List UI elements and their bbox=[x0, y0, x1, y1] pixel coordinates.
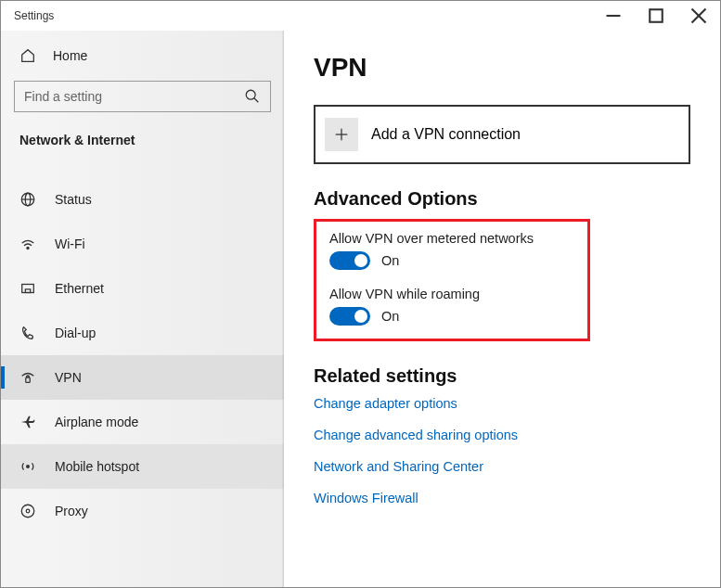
ethernet-icon bbox=[19, 280, 36, 297]
sidebar-item-wifi[interactable]: Wi-Fi bbox=[1, 222, 284, 266]
home-label: Home bbox=[53, 48, 87, 63]
sidebar-item-ethernet[interactable]: Ethernet bbox=[1, 266, 284, 311]
nav-label: VPN bbox=[55, 370, 82, 385]
metered-state: On bbox=[381, 253, 399, 268]
sidebar-item-vpn[interactable]: VPN bbox=[1, 355, 284, 400]
wifi-icon bbox=[19, 236, 36, 252]
titlebar: Settings bbox=[1, 1, 720, 31]
sidebar-item-hotspot[interactable]: Mobile hotspot bbox=[1, 444, 284, 489]
svg-point-14 bbox=[21, 505, 34, 518]
main-content: VPN Add a VPN connection Advanced Option… bbox=[284, 31, 720, 587]
phone-icon bbox=[19, 325, 36, 341]
proxy-icon bbox=[19, 503, 36, 519]
sidebar: Home Find a setting Network & Internet S… bbox=[1, 31, 284, 587]
nav-label: Ethernet bbox=[55, 281, 104, 296]
home-icon bbox=[19, 47, 36, 64]
svg-rect-11 bbox=[25, 289, 30, 293]
svg-point-9 bbox=[27, 247, 29, 249]
plus-icon bbox=[325, 118, 358, 151]
sidebar-item-airplane[interactable]: Airplane mode bbox=[1, 400, 284, 444]
selection-indicator bbox=[1, 366, 5, 389]
window-title: Settings bbox=[14, 9, 54, 22]
add-vpn-label: Add a VPN connection bbox=[371, 126, 521, 143]
nav-label: Proxy bbox=[55, 504, 88, 518]
search-input[interactable]: Find a setting bbox=[14, 81, 271, 112]
section-label: Network & Internet bbox=[1, 125, 284, 166]
link-network-center[interactable]: Network and Sharing Center bbox=[314, 459, 690, 474]
add-vpn-button[interactable]: Add a VPN connection bbox=[314, 105, 690, 164]
advanced-options-title: Advanced Options bbox=[314, 188, 690, 210]
search-placeholder: Find a setting bbox=[24, 89, 102, 104]
nav-label: Status bbox=[55, 192, 92, 207]
metered-label: Allow VPN over metered networks bbox=[329, 231, 574, 246]
hotspot-icon bbox=[19, 458, 36, 475]
svg-rect-1 bbox=[650, 9, 663, 22]
airplane-icon bbox=[19, 414, 36, 430]
highlight-box: Allow VPN over metered networks On Allow… bbox=[314, 219, 590, 341]
sidebar-item-dialup[interactable]: Dial-up bbox=[1, 311, 284, 355]
close-button[interactable] bbox=[677, 1, 720, 31]
search-icon bbox=[244, 88, 261, 105]
link-sharing-options[interactable]: Change advanced sharing options bbox=[314, 428, 690, 442]
minimize-button[interactable] bbox=[592, 1, 635, 31]
sidebar-item-status[interactable]: Status bbox=[1, 177, 284, 222]
nav-label: Mobile hotspot bbox=[55, 459, 139, 474]
nav-label: Wi-Fi bbox=[55, 236, 85, 251]
roaming-label: Allow VPN while roaming bbox=[329, 287, 574, 301]
nav-label: Airplane mode bbox=[55, 415, 138, 429]
svg-point-13 bbox=[27, 466, 30, 468]
svg-point-4 bbox=[246, 90, 255, 99]
sidebar-home[interactable]: Home bbox=[1, 31, 284, 73]
metered-toggle[interactable] bbox=[329, 251, 370, 270]
svg-rect-12 bbox=[26, 377, 31, 382]
globe-icon bbox=[19, 191, 36, 208]
related-settings-title: Related settings bbox=[314, 365, 690, 387]
svg-point-15 bbox=[26, 509, 30, 513]
link-adapter-options[interactable]: Change adapter options bbox=[314, 396, 690, 411]
link-windows-firewall[interactable]: Windows Firewall bbox=[314, 491, 690, 505]
nav-label: Dial-up bbox=[55, 326, 96, 340]
window-controls bbox=[592, 1, 720, 31]
sidebar-item-proxy[interactable]: Proxy bbox=[1, 489, 284, 533]
svg-line-5 bbox=[254, 98, 259, 103]
vpn-icon bbox=[19, 369, 36, 386]
svg-rect-10 bbox=[22, 285, 34, 293]
page-title: VPN bbox=[314, 53, 690, 83]
roaming-state: On bbox=[381, 309, 399, 324]
roaming-toggle[interactable] bbox=[329, 307, 370, 326]
maximize-button[interactable] bbox=[635, 1, 677, 31]
